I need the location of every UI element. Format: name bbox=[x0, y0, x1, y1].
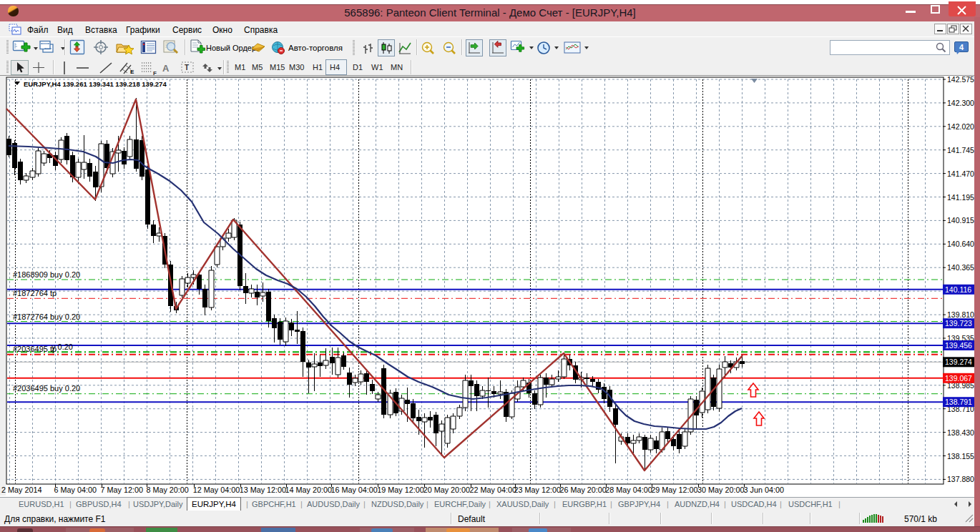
svg-text:13 May 12:00: 13 May 12:00 bbox=[240, 486, 286, 494]
svg-text:139.810: 139.810 bbox=[947, 310, 974, 319]
svg-text:30 May 20:00: 30 May 20:00 bbox=[697, 486, 744, 494]
svg-text:#1868909 buy 0.20: #1868909 buy 0.20 bbox=[13, 270, 80, 279]
svg-text:14 May 20:00: 14 May 20:00 bbox=[285, 486, 332, 494]
svg-text:140.365: 140.365 bbox=[947, 263, 974, 272]
svg-text:20 May 20:00: 20 May 20:00 bbox=[423, 486, 470, 494]
svg-text:26 May 20:00: 26 May 20:00 bbox=[559, 486, 606, 494]
svg-text:139.274: 139.274 bbox=[945, 358, 972, 366]
svg-text:137.880: 137.880 bbox=[947, 475, 974, 483]
svg-text:141.195: 141.195 bbox=[947, 193, 974, 202]
svg-text:141.745: 141.745 bbox=[947, 146, 974, 154]
svg-text:12 May 04:00: 12 May 04:00 bbox=[193, 486, 240, 494]
svg-text:16 May 04:00: 16 May 04:00 bbox=[330, 486, 377, 494]
svg-text:138.791: 138.791 bbox=[945, 398, 972, 406]
svg-text:141.470: 141.470 bbox=[947, 169, 974, 178]
svg-text:140.915: 140.915 bbox=[947, 216, 974, 225]
svg-text:19 May 12:00: 19 May 12:00 bbox=[377, 486, 423, 494]
svg-text:#1872764 buy 0.20: #1872764 buy 0.20 bbox=[13, 312, 80, 321]
svg-text:138.430: 138.430 bbox=[947, 428, 974, 437]
svg-text:6 May 04:00: 6 May 04:00 bbox=[54, 486, 97, 494]
svg-text:142.575: 142.575 bbox=[947, 75, 974, 84]
svg-text:139.456: 139.456 bbox=[945, 341, 972, 350]
svg-text:138.155: 138.155 bbox=[947, 452, 974, 460]
svg-text:#1872764 tp: #1872764 tp bbox=[13, 289, 57, 297]
svg-text:y 0.20: y 0.20 bbox=[52, 343, 73, 351]
svg-text:#2036495 tp: #2036495 tp bbox=[13, 345, 57, 353]
svg-text:7 May 12:00: 7 May 12:00 bbox=[101, 486, 143, 494]
svg-text:139.067: 139.067 bbox=[945, 374, 972, 383]
svg-text:EURJPY,H4 139.261 139.341 139: EURJPY,H4 139.261 139.341 139.218 139.27… bbox=[24, 80, 167, 88]
svg-text:8 May 20:00: 8 May 20:00 bbox=[146, 486, 188, 494]
svg-text:3 Jun 04:00: 3 Jun 04:00 bbox=[744, 486, 784, 494]
svg-text:139.723: 139.723 bbox=[945, 319, 972, 327]
svg-text:28 May 04:00: 28 May 04:00 bbox=[605, 486, 652, 494]
svg-text:22 May 04:00: 22 May 04:00 bbox=[470, 486, 516, 494]
svg-text:142.300: 142.300 bbox=[947, 99, 974, 107]
svg-text:140.640: 140.640 bbox=[947, 240, 974, 248]
svg-text:140.116: 140.116 bbox=[945, 285, 971, 294]
svg-text:2 May 2014: 2 May 2014 bbox=[1, 486, 41, 494]
svg-text:23 May 12:00: 23 May 12:00 bbox=[514, 486, 561, 494]
svg-text:142.020: 142.020 bbox=[947, 122, 974, 131]
svg-text:29 May 12:00: 29 May 12:00 bbox=[651, 486, 697, 494]
svg-text:#2036495 buy 0.20: #2036495 buy 0.20 bbox=[13, 384, 80, 393]
